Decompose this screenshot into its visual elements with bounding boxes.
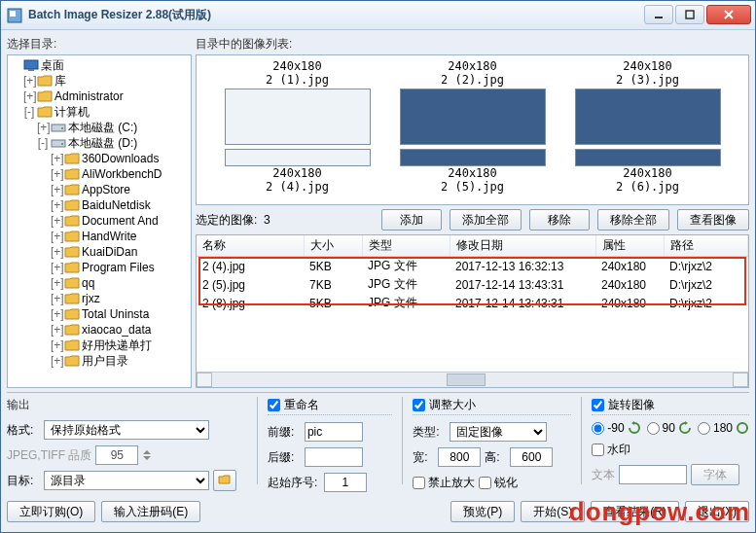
tree-twisty-icon[interactable]: [+]: [23, 74, 35, 88]
sharpen-checkbox[interactable]: [479, 477, 491, 489]
minimize-button[interactable]: [644, 5, 673, 24]
table-row[interactable]: 2 (5).jpg7KBJPG 文件2017-12-14 13:43:31240…: [197, 275, 748, 294]
spinner-down-icon: [142, 455, 152, 461]
tree-twisty-icon[interactable]: [+]: [51, 245, 62, 259]
type-select[interactable]: 固定图像: [450, 422, 547, 442]
tree-node[interactable]: [+]BaiduNetdisk: [10, 197, 189, 213]
add-button[interactable]: 添加: [381, 209, 442, 231]
thumbnail[interactable]: 240x1802 (4).jpg: [225, 147, 371, 194]
tree-node[interactable]: [+]好用快递单打: [10, 338, 189, 353]
tree-twisty-icon[interactable]: [+]: [51, 183, 62, 196]
tree-node[interactable]: [+]用户目录: [10, 353, 189, 369]
format-select[interactable]: 保持原始格式: [44, 420, 209, 440]
tree-node[interactable]: [+]AppStore: [10, 182, 189, 197]
watermark-checkbox[interactable]: [592, 444, 604, 456]
exit-button[interactable]: 退出(X): [685, 501, 749, 522]
tree-twisty-icon[interactable]: [+]: [51, 307, 62, 321]
no-enlarge-checkbox[interactable]: [413, 477, 425, 489]
tree-node[interactable]: [+]库: [10, 73, 189, 89]
tree-node[interactable]: [+]qq: [10, 275, 189, 291]
tree-twisty-icon[interactable]: [+]: [23, 89, 35, 103]
tree-twisty-icon[interactable]: [+]: [51, 198, 62, 212]
thumbnail-pane[interactable]: 240x1802 (1).jpg240x1802 (2).jpg240x1802…: [196, 54, 749, 205]
directory-tree[interactable]: 桌面[+]库[+]Administrator[-]计算机[+]本地磁盘 (C:)…: [7, 54, 192, 388]
tree-twisty-icon[interactable]: [+]: [51, 230, 62, 243]
tree-twisty-icon[interactable]: [+]: [51, 261, 62, 274]
thumbnail[interactable]: 240x1802 (5).jpg: [400, 147, 546, 194]
add-all-button[interactable]: 添加全部: [450, 209, 522, 231]
thumbnail[interactable]: 240x1802 (2).jpg: [400, 59, 546, 145]
preview-button[interactable]: 预览(P): [450, 501, 515, 522]
dir-list-label: 目录中的图像列表:: [196, 36, 749, 53]
maximize-button[interactable]: [675, 5, 704, 24]
tree-label: 桌面: [41, 57, 64, 74]
view-image-button[interactable]: 查看图像: [677, 209, 749, 231]
tree-twisty-icon[interactable]: [+]: [51, 214, 62, 228]
remove-button[interactable]: 移除: [529, 209, 590, 231]
prefix-input[interactable]: [305, 422, 363, 442]
tree-node[interactable]: [+]KuaiDiDan: [10, 244, 189, 260]
thumbnail[interactable]: 240x1802 (6).jpg: [575, 147, 721, 194]
quality-label: JPEG,TIFF 品质: [7, 447, 91, 464]
rename-checkbox[interactable]: [268, 399, 280, 411]
tree-twisty-icon[interactable]: [+]: [51, 338, 62, 352]
tree-twisty-icon[interactable]: [-]: [37, 136, 49, 150]
tree-node[interactable]: [+]HandWrite: [10, 229, 189, 244]
col-modified[interactable]: 修改日期: [450, 235, 595, 257]
tree-node[interactable]: [-]计算机: [10, 104, 189, 120]
col-path[interactable]: 路径: [664, 235, 748, 257]
tree-node[interactable]: [+]Document And: [10, 213, 189, 229]
width-input[interactable]: [438, 447, 481, 467]
height-input[interactable]: [510, 447, 553, 467]
horizontal-scrollbar[interactable]: [197, 372, 748, 387]
thumbnail[interactable]: 240x1802 (3).jpg: [575, 59, 721, 145]
tree-node[interactable]: [+]Administrator: [10, 89, 189, 104]
tree-twisty-icon[interactable]: [+]: [51, 323, 62, 337]
tree-twisty-icon[interactable]: [+]: [51, 292, 62, 305]
tree-twisty-icon[interactable]: [+]: [51, 354, 62, 368]
col-type[interactable]: 类型: [362, 235, 450, 257]
tree-node[interactable]: [+]AliWorkbenchD: [10, 166, 189, 182]
tree-twisty-icon[interactable]: [+]: [51, 167, 62, 181]
rot-neg90-radio[interactable]: [592, 422, 604, 435]
tree-twisty-icon[interactable]: [-]: [23, 105, 35, 119]
order-now-button[interactable]: 立即订购(O): [7, 501, 95, 522]
resize-checkbox[interactable]: [413, 399, 425, 411]
browse-button[interactable]: [213, 470, 236, 491]
tree-node[interactable]: [+]360Downloads: [10, 151, 189, 166]
start-button[interactable]: 开始(S): [521, 501, 585, 522]
title-bar: Batch Image Resizer 2.88(试用版): [1, 1, 755, 30]
table-row[interactable]: 2 (8).jpg5KBJPG 文件2017-12-14 13:43:31240…: [197, 294, 748, 312]
col-size[interactable]: 大小: [304, 235, 362, 257]
selected-file-list[interactable]: 名称 大小 类型 修改日期 属性 路径 2 (4).jpg5KBJPG 文件20…: [196, 234, 749, 388]
startnum-input[interactable]: [324, 473, 367, 492]
suffix-input[interactable]: [305, 447, 363, 467]
output-label: 输出: [7, 397, 247, 413]
tree-label: 计算机: [54, 104, 90, 121]
tree-twisty-icon[interactable]: [+]: [51, 276, 62, 290]
tree-node[interactable]: [+]rjxz: [10, 291, 189, 306]
rot-90-radio[interactable]: [647, 422, 660, 435]
thumbnail[interactable]: 240x1802 (1).jpg: [225, 59, 371, 145]
rot-180-radio[interactable]: [698, 422, 710, 435]
tree-label: xiaocao_data: [82, 323, 151, 337]
tree-node[interactable]: [+]Total Uninsta: [10, 306, 189, 322]
selected-images-label: 选定的图像: 3: [196, 212, 270, 229]
tree-node[interactable]: [+]本地磁盘 (C:): [10, 120, 189, 135]
tree-node[interactable]: [+]Program Files: [10, 260, 189, 275]
tree-node[interactable]: [-]本地磁盘 (D:): [10, 135, 189, 151]
remove-all-button[interactable]: 移除全部: [597, 209, 669, 231]
target-select[interactable]: 源目录: [44, 471, 209, 490]
close-button[interactable]: [706, 5, 751, 24]
text-label: 文本: [592, 467, 615, 483]
col-name[interactable]: 名称: [197, 235, 304, 257]
tree-node[interactable]: [+]xiaocao_data: [10, 322, 189, 338]
rotate-checkbox[interactable]: [592, 399, 604, 411]
enter-reg-button[interactable]: 输入注册码(E): [101, 501, 200, 522]
table-row[interactable]: 2 (4).jpg5KBJPG 文件2017-12-13 16:32:13240…: [197, 257, 748, 276]
tree-twisty-icon[interactable]: [+]: [51, 152, 62, 165]
tree-twisty-icon[interactable]: [+]: [37, 121, 49, 134]
view-result-button[interactable]: 查看结果(R): [591, 501, 679, 522]
tree-node[interactable]: 桌面: [10, 57, 189, 73]
col-attr[interactable]: 属性: [595, 235, 664, 257]
